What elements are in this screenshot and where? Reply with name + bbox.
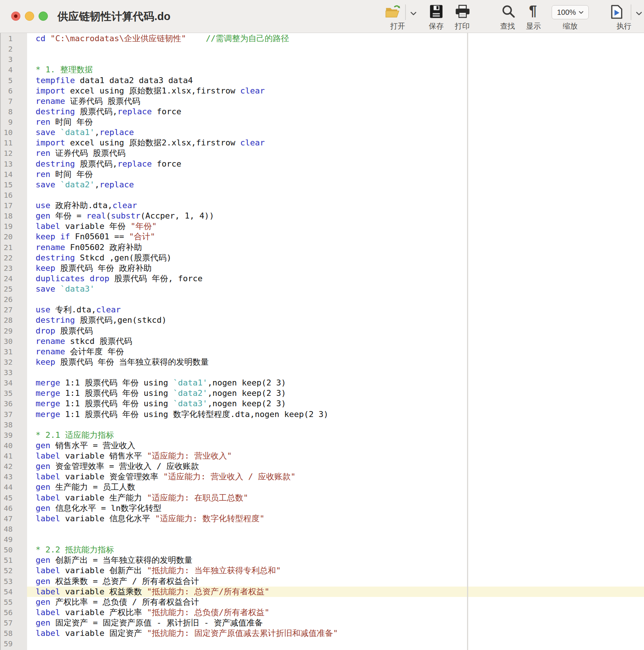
code-line-44[interactable]: 44gen 生产能力 = 员工人数 [0,482,644,492]
code-line-2[interactable]: 2 [0,44,644,54]
code-line-24[interactable]: 24duplicates drop 股票代码 年份, force [0,273,644,284]
print-button[interactable] [455,4,470,20]
code-line-22[interactable]: 22destring Stkcd ,gen(股票代码) [0,253,644,263]
save-button[interactable] [430,4,443,20]
code-line-31[interactable]: 31rename 会计年度 年份 [0,347,644,357]
line-code: keep if Fn05601 == "合计" [27,232,644,242]
line-code: cd "C:\macrodatas\企业供应链韧性" //需调整为自己的路径 [27,33,644,44]
save-floppy-icon [430,4,443,19]
code-line-20[interactable]: 20keep if Fn05601 == "合计" [0,232,644,242]
code-line-57[interactable]: 57gen 固定资产 = 固定资产原值 - 累计折旧 - 资产减值准备 [0,618,644,628]
code-line-30[interactable]: 30rename stkcd 股票代码 [0,336,644,347]
code-line-21[interactable]: 21rename Fn05602 政府补助 [0,242,644,253]
line-code: label variable 年份 "年份" [27,221,644,232]
line-number: 52 [0,565,27,576]
code-line-8[interactable]: 8destring 股票代码,replace force [0,106,644,117]
zoom-dropdown[interactable]: 100% [552,5,589,19]
code-line-14[interactable]: 14ren 时间 年份 [0,169,644,180]
line-code: save `data2',replace [27,180,644,190]
line-code: * 2.2 抵抗能力指标 [27,545,644,555]
line-number: 8 [0,106,27,117]
line-number: 2 [0,44,27,54]
line-number: 55 [0,597,27,607]
code-line-42[interactable]: 42gen 资金管理效率 = 营业收入 / 应收账款 [0,461,644,472]
code-line-16[interactable]: 16 [0,190,644,200]
close-button[interactable] [11,12,20,21]
code-line-43[interactable]: 43label variable 资金管理效率 "适应能力: 营业收入 / 应收… [0,472,644,482]
code-line-23[interactable]: 23keep 股票代码 年份 政府补助 [0,263,644,273]
show-button[interactable]: ¶ [529,3,537,19]
line-number: 36 [0,398,27,409]
code-line-26[interactable]: 26 [0,294,644,305]
code-line-3[interactable]: 3 [0,54,644,65]
code-line-50[interactable]: 50* 2.2 抵抗能力指标 [0,545,644,555]
code-line-39[interactable]: 39* 2.1 适应能力指标 [0,430,644,440]
code-line-25[interactable]: 25save `data3' [0,284,644,294]
line-number: 48 [0,524,27,534]
code-line-37[interactable]: 37merge 1:1 股票代码 年份 using 数字化转型程度.dta,no… [0,409,644,420]
code-line-11[interactable]: 11import excel using 原始数据2.xlsx,firstrow… [0,138,644,148]
code-editor[interactable]: 1cd "C:\macrodatas\企业供应链韧性" //需调整为自己的路径2… [0,33,644,650]
run-dropdown-button[interactable] [636,10,642,17]
fullscreen-button[interactable] [39,12,48,21]
code-line-53[interactable]: 53gen 权益乘数 = 总资产 / 所有者权益合计 [0,576,644,587]
code-line-55[interactable]: 55gen 产权比率 = 总负债 / 所有者权益合计 [0,597,644,607]
line-code: save `data1',replace [27,127,644,138]
code-line-33[interactable]: 33 [0,367,644,378]
code-line-10[interactable]: 10save `data1',replace [0,127,644,138]
code-line-6[interactable]: 6import excel using 原始数据1.xlsx,firstrow … [0,86,644,96]
code-line-35[interactable]: 35merge 1:1 股票代码 年份 using `data2',nogen … [0,388,644,398]
toolbar-separator [631,4,631,20]
titlebar: 供应链韧性计算代码.do [0,0,644,33]
line-number: 35 [0,388,27,398]
code-line-54[interactable]: 54label variable 权益乘数 "抵抗能力: 总资产/所有者权益" [0,587,644,597]
code-line-29[interactable]: 29drop 股票代码 [0,326,644,336]
line-number: 1 [0,33,27,44]
code-line-51[interactable]: 51gen 创新产出 = 当年独立获得的发明数量 [0,555,644,565]
run-button[interactable] [611,4,623,21]
minimize-button[interactable] [25,12,34,21]
code-line-4[interactable]: 4* 1. 整理数据 [0,65,644,75]
code-line-46[interactable]: 46gen 信息化水平 = ln数字化转型 [0,503,644,513]
open-button[interactable] [385,4,401,21]
code-line-49[interactable]: 49 [0,534,644,545]
line-code: destring 股票代码,replace force [27,106,644,117]
code-line-41[interactable]: 41label variable 销售水平 "适应能力: 营业收入" [0,451,644,461]
code-line-47[interactable]: 47label variable 信息化水平 "适应能力: 数字化转型程度" [0,513,644,524]
code-line-40[interactable]: 40gen 销售水平 = 营业收入 [0,440,644,451]
code-line-59[interactable]: 59 [0,638,644,649]
code-line-52[interactable]: 52label variable 创新产出 "抵抗能力: 当年独立获得专利总和" [0,565,644,576]
code-line-15[interactable]: 15save `data2',replace [0,180,644,190]
line-number: 40 [0,440,27,451]
code-line-27[interactable]: 27use 专利.dta,clear [0,305,644,315]
code-line-28[interactable]: 28destring 股票代码,gen(stkcd) [0,315,644,325]
code-line-9[interactable]: 9ren 时间 年份 [0,117,644,127]
code-line-48[interactable]: 48 [0,524,644,534]
code-line-19[interactable]: 19label variable 年份 "年份" [0,221,644,232]
line-number: 43 [0,472,27,482]
line-code: ren 时间 年份 [27,117,644,127]
code-line-1[interactable]: 1cd "C:\macrodatas\企业供应链韧性" //需调整为自己的路径 [0,33,644,44]
code-line-38[interactable]: 38 [0,420,644,430]
code-line-34[interactable]: 34merge 1:1 股票代码 年份 using `data1',nogen … [0,378,644,388]
find-button[interactable] [502,4,516,20]
code-line-7[interactable]: 7rename 证券代码 股票代码 [0,96,644,106]
code-line-13[interactable]: 13destring 股票代码,replace force [0,159,644,169]
line-number: 38 [0,420,27,430]
code-line-58[interactable]: 58label variable 固定资产 "抵抗能力: 固定资产原值减去累计折… [0,628,644,638]
line-code: * 1. 整理数据 [27,65,644,75]
line-number: 20 [0,232,27,242]
line-number: 30 [0,336,27,347]
line-code: gen 资金管理效率 = 营业收入 / 应收账款 [27,461,644,472]
code-line-18[interactable]: 18gen 年份 = real(substr(Accper, 1, 4)) [0,211,644,221]
code-line-36[interactable]: 36merge 1:1 股票代码 年份 using `data3',nogen … [0,398,644,409]
code-line-5[interactable]: 5tempfile data1 data2 data3 data4 [0,75,644,86]
code-line-45[interactable]: 45label variable 生产能力 "适应能力: 在职员工总数" [0,493,644,503]
open-dropdown-button[interactable] [410,10,417,17]
code-line-32[interactable]: 32keep 股票代码 年份 当年独立获得的发明数量 [0,357,644,367]
line-number: 41 [0,451,27,461]
line-number: 37 [0,409,27,420]
code-line-12[interactable]: 12ren 证券代码 股票代码 [0,148,644,158]
code-line-56[interactable]: 56label variable 产权比率 "抵抗能力: 总负债/所有者权益" [0,607,644,618]
code-line-17[interactable]: 17use 政府补助.dta,clear [0,200,644,211]
